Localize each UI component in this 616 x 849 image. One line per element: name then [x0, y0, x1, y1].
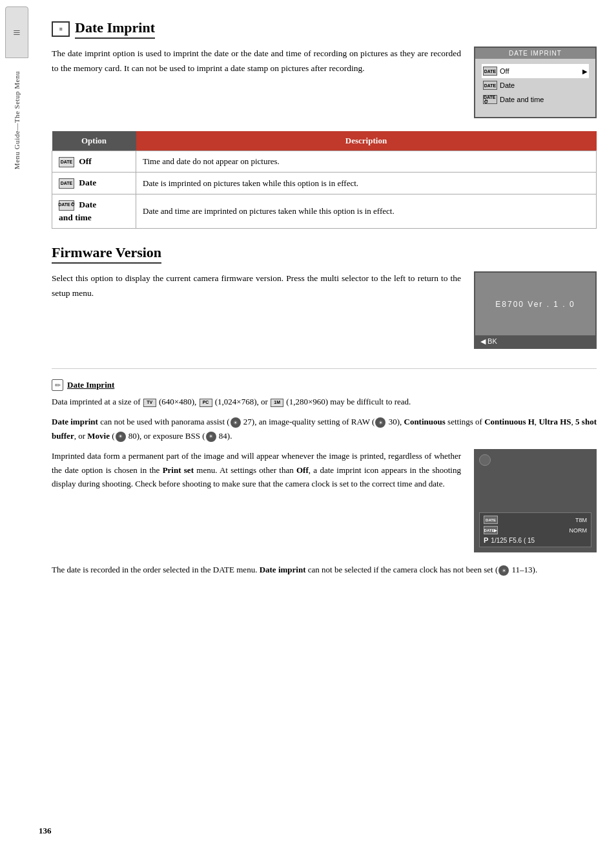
pc-icon: PC: [200, 399, 212, 407]
cam-date-icon: DATE: [484, 516, 498, 524]
cam-info-row-2: DATE▶ NORM: [484, 526, 587, 534]
date-imprint-icon: ≡: [52, 21, 70, 37]
opt-label-off: Off: [79, 156, 92, 166]
firmware-screen: E8700 Ver . 1 . 0 ◀ BK: [474, 271, 597, 349]
ref-icon-30: ☀: [375, 417, 385, 428]
table-row: DATE Date Date is imprinted on pictures …: [52, 173, 597, 194]
main-content: ≡ Date Imprint The date imprint option i…: [39, 0, 616, 607]
date-imprint-header: ≡ Date Imprint: [52, 19, 597, 39]
1m-icon: 1M: [271, 399, 283, 407]
cam-datetime-icon: DATE▶: [484, 526, 498, 534]
row-icon-off: DATE: [483, 67, 497, 76]
option-table: Option Description DATE Off Time and dat…: [52, 131, 597, 229]
date-imprint-camera-screen: DATE IMPRINT DATE Off ▶ DATE Date DATE⏱ …: [474, 47, 597, 118]
table-row: DATE Off Time and date do not appear on …: [52, 151, 597, 173]
cam-lens-icon: [479, 454, 491, 466]
camera-screen-row-off: DATE Off ▶: [482, 64, 589, 78]
table-cell-option-datetime: DATE⏱ Dateand time: [52, 194, 136, 229]
date-imprint-title: Date Imprint: [75, 19, 155, 39]
date-imprint-body: The date imprint option is used to impri…: [52, 47, 597, 118]
camera-screen-body: DATE Off ▶ DATE Date DATE⏱ Date and time: [475, 59, 595, 117]
sidebar-label: Menu Guide—The Setup Menu: [13, 71, 21, 169]
table-row: DATE⏱ Dateand time Date and time are imp…: [52, 194, 597, 229]
cam-bottom-row: P 1/125 F5.6 ( 15: [484, 536, 587, 544]
cam-bottom-area: DATE T8M DATE▶ NORM P 1/125 F5.6 ( 15: [479, 512, 591, 547]
table-cell-option-off: DATE Off: [52, 151, 136, 173]
row-label-date: Date: [500, 81, 515, 89]
firmware-version-display: E8700 Ver . 1 . 0: [475, 273, 595, 335]
bottom-section: Imprinted data form a permanent part of …: [52, 449, 597, 552]
col-header-description: Description: [136, 131, 597, 151]
camera-screen-row-date: DATE Date: [482, 78, 589, 92]
ref-icon-80: ☀: [116, 432, 126, 442]
cam-info-row-1: DATE T8M: [484, 516, 587, 524]
note-para1: Data imprinted at a size of TV (640×480)…: [52, 395, 597, 408]
row-label-off: Off: [500, 67, 509, 75]
table-cell-desc-off: Time and date do not appear on pictures.: [136, 151, 597, 173]
firmware-title: Firmware Version: [52, 244, 161, 264]
note-para4: The date is recorded in the order select…: [52, 563, 597, 576]
firmware-header: Firmware Version: [52, 244, 597, 264]
row-arrow-off: ▶: [582, 68, 588, 75]
row-icon-datetime: DATE⏱: [483, 95, 497, 104]
cam-mode-norm: NORM: [570, 527, 588, 534]
table-cell-desc-datetime: Date and time are imprinted on pictures …: [136, 194, 597, 229]
camera-display-screen: DATE T8M DATE▶ NORM P 1/125 F5.6 ( 15: [474, 449, 597, 552]
tv-icon: TV: [143, 399, 156, 407]
row-label-datetime: Date and time: [500, 96, 544, 103]
note-title: Date Imprint: [67, 380, 114, 390]
opt-icon-date: DATE: [59, 178, 74, 189]
note-section: ✏ Date Imprint Data imprinted at a size …: [52, 368, 597, 577]
ref-icon-84: ☀: [206, 432, 216, 442]
row-icon-date: DATE: [483, 81, 497, 90]
opt-icon-off: DATE: [59, 157, 74, 167]
cam-quality: T8M: [575, 517, 587, 523]
cam-display-inner: DATE T8M DATE▶ NORM P 1/125 F5.6 ( 15: [475, 450, 595, 551]
firmware-text: Select this option to display the curren…: [52, 271, 461, 349]
cam-top-row: [479, 454, 591, 466]
note-para2: Date imprint can not be used with panora…: [52, 415, 597, 443]
page-number: 136: [39, 826, 52, 836]
table-cell-desc-date: Date is imprinted on pictures taken whil…: [136, 173, 597, 194]
sidebar: ≡ Menu Guide—The Setup Menu: [0, 0, 34, 849]
note-pencil-icon: ✏: [52, 379, 63, 391]
col-header-option: Option: [52, 131, 136, 151]
table-cell-option-date: DATE Date: [52, 173, 136, 194]
opt-label-date: Date: [79, 178, 96, 187]
date-imprint-text: The date imprint option is used to impri…: [52, 47, 461, 118]
note-para3: Imprinted data form a permanent part of …: [52, 449, 461, 552]
firmware-back-label: ◀ BK: [475, 335, 595, 348]
cam-mode-p: P: [484, 536, 488, 544]
cam-exposure: 1/125 F5.6 ( 15: [491, 537, 535, 544]
firmware-section: Select this option to display the curren…: [52, 271, 597, 349]
ref-icon-27: ☀: [231, 417, 241, 428]
sidebar-tab: ≡: [5, 6, 28, 58]
menu-icon: ≡: [13, 25, 20, 40]
opt-icon-datetime: DATE⏱: [59, 200, 74, 211]
note-header: ✏ Date Imprint: [52, 379, 597, 391]
camera-screen-title: DATE IMPRINT: [475, 48, 595, 59]
camera-screen-row-datetime: DATE⏱ Date and time: [482, 92, 589, 107]
ref-icon-1113: ☀: [498, 565, 509, 576]
